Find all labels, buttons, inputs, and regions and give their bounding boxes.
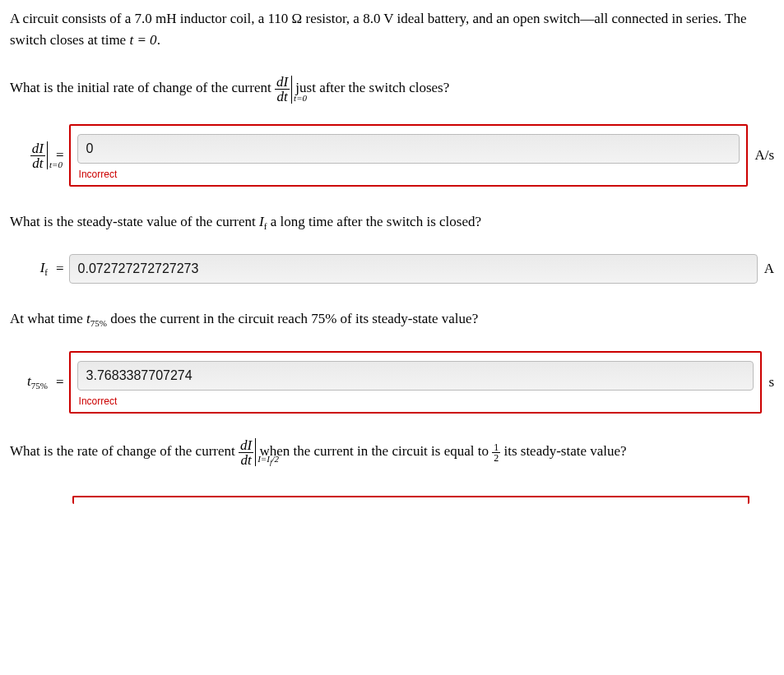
q1-input[interactable] xyxy=(77,134,740,164)
problem-intro: A circuit consists of a 7.0 mH inductor … xyxy=(10,8,774,50)
q2-sub: f xyxy=(264,221,267,231)
q1-input-wrap: Incorrect xyxy=(69,124,749,187)
q1-after: just after the switch closes? xyxy=(295,80,449,95)
q3-sub: 75% xyxy=(90,318,107,328)
one-half-icon: 12 xyxy=(492,442,500,463)
q1-label: dIdtt=0 xyxy=(10,141,53,170)
q3-text: At what time t75% does the current in th… xyxy=(10,308,774,331)
equals-sign: = xyxy=(53,372,69,393)
q1-unit: A/s xyxy=(748,145,774,166)
q3-label: t75% xyxy=(10,371,53,393)
q2-after: a long time after the switch is closed? xyxy=(271,214,481,229)
q2-unit: A xyxy=(758,258,774,280)
q4-before: What is the rate of change of the curren… xyxy=(10,443,239,459)
q3-answer-row: t75% = Incorrect s xyxy=(10,351,774,414)
q4-text: What is the rate of change of the curren… xyxy=(10,438,774,467)
q1-math-didt: dIdtt=0 xyxy=(275,80,295,95)
problem-intro-text: A circuit consists of a 7.0 mH inductor … xyxy=(10,11,746,48)
q2-text: What is the steady-state value of the cu… xyxy=(10,211,774,233)
q3-feedback: Incorrect xyxy=(77,394,754,409)
equals-sign: = xyxy=(53,258,69,280)
q2-input-wrap xyxy=(69,254,758,284)
q4-math-didt: dIdtI=If/2 xyxy=(239,443,259,459)
problem-intro-math: t = 0 xyxy=(129,32,156,48)
q3-input-wrap: Incorrect xyxy=(69,351,763,414)
q1-text: What is the initial rate of change of th… xyxy=(10,75,774,104)
q3-before: At what time xyxy=(10,311,86,326)
q4-after-2: its steady-state value? xyxy=(500,443,626,459)
q1-before: What is the initial rate of change of th… xyxy=(10,80,275,95)
q2-answer-row: If = A xyxy=(10,254,774,284)
q3-input[interactable] xyxy=(77,361,754,391)
problem-intro-end: . xyxy=(157,32,160,48)
q1-feedback: Incorrect xyxy=(77,167,740,182)
q2-input[interactable] xyxy=(69,254,758,284)
q2-label: If xyxy=(10,257,53,280)
q4-after-1: when the current in the circuit is equal… xyxy=(259,443,492,459)
q4-input-wrap-partial xyxy=(72,496,749,504)
q4-answer-row xyxy=(10,496,774,504)
q2-before: What is the steady-state value of the cu… xyxy=(10,214,259,229)
q3-unit: s xyxy=(762,372,774,393)
q3-after: does the current in the circuit reach 75… xyxy=(110,311,478,326)
q1-answer-row: dIdtt=0 = Incorrect A/s xyxy=(10,124,774,187)
